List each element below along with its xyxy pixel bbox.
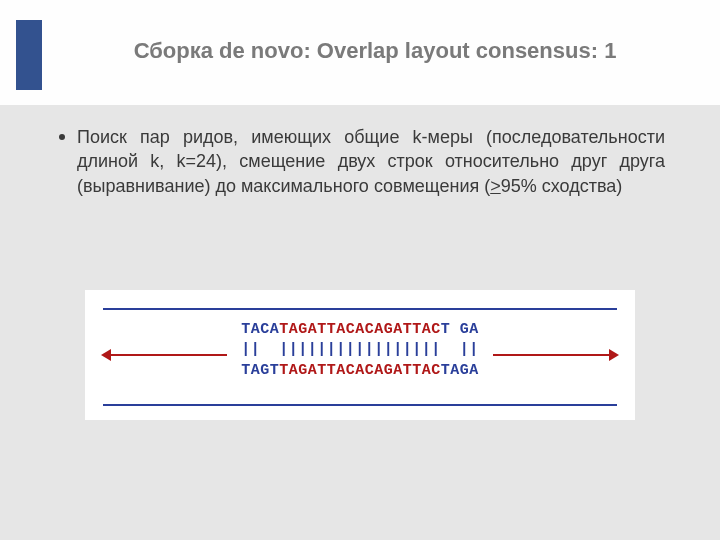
match-bars: || ||||||||||||||||| || bbox=[241, 341, 479, 358]
read2: TAGTTAGATTACACAGATTACTAGA bbox=[241, 362, 479, 379]
arrow-right-line bbox=[493, 354, 611, 356]
read1-gap: T GA bbox=[441, 321, 479, 338]
reference-line-top bbox=[103, 308, 617, 310]
reference-line-bottom bbox=[103, 404, 617, 406]
read2-core: TAGATTACACAGATTAC bbox=[279, 362, 441, 379]
slide-title: Сборка de novo: Overlap layout consensus… bbox=[70, 38, 680, 64]
bullet-1-text-post: 95% сходства) bbox=[501, 176, 623, 196]
read1: TACATAGATTACACAGATTACT GA bbox=[241, 321, 479, 338]
body-text: Поиск пар ридов, имеющих общие k-меры (п… bbox=[55, 125, 665, 198]
arrow-left-line bbox=[109, 354, 227, 356]
read1-prefix: TACA bbox=[241, 321, 279, 338]
slide: Сборка de novo: Overlap layout consensus… bbox=[0, 0, 720, 540]
alignment-figure: TACATAGATTACACAGATTACT GA || |||||||||||… bbox=[85, 290, 635, 420]
bullet-1: Поиск пар ридов, имеющих общие k-меры (п… bbox=[55, 125, 665, 198]
read2-prefix: TAGT bbox=[241, 362, 279, 379]
read1-core: TAGATTACACAGATTAC bbox=[279, 321, 441, 338]
read2-suffix: TAGA bbox=[441, 362, 479, 379]
gte-symbol: > bbox=[490, 176, 501, 196]
arrow-right-icon bbox=[609, 349, 619, 361]
sequence-alignment: TACATAGATTACACAGATTACT GA || |||||||||||… bbox=[241, 320, 479, 381]
accent-bar-icon bbox=[16, 20, 42, 90]
